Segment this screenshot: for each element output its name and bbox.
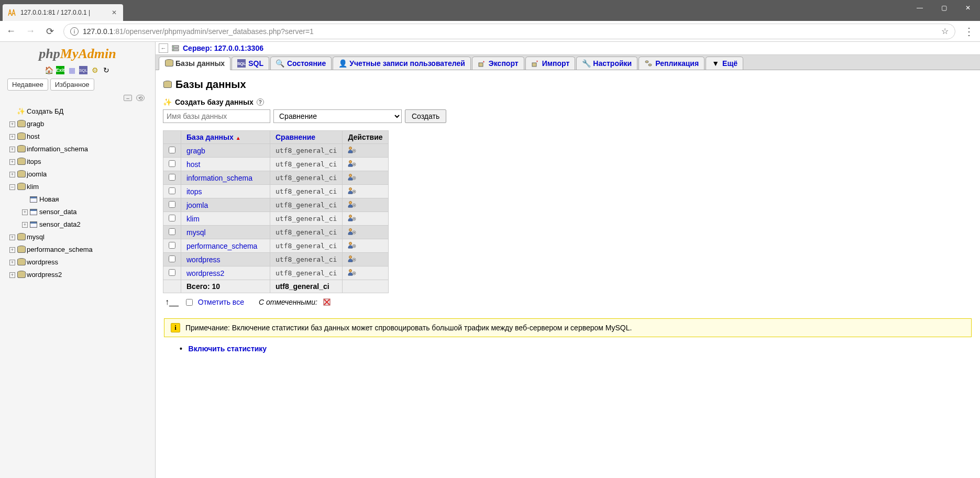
link-icon[interactable]: ⟲ [136,95,145,101]
privileges-icon[interactable] [348,160,356,169]
tab-import[interactable]: Импорт [525,57,576,70]
row-checkbox[interactable] [169,147,175,153]
col-database[interactable]: База данных ▲ [181,131,270,144]
expand-icon[interactable]: + [22,209,28,215]
bookmark-star-icon[interactable]: ☆ [941,26,949,36]
privileges-icon[interactable] [348,187,356,196]
nav-panel-toggle-icon[interactable]: ← [159,43,168,53]
expand-icon[interactable]: + [9,260,15,265]
row-checkbox[interactable] [169,187,175,194]
tree-db-gragb[interactable]: +gragb [9,118,149,130]
db-link[interactable]: wordpress2 [186,269,224,277]
enable-stats-link[interactable]: Включить статистику [189,344,267,353]
check-all-link[interactable]: Отметить все [198,298,244,306]
tab-close-icon[interactable]: ✕ [111,9,118,16]
db-link[interactable]: information_schema [186,174,252,182]
expand-icon[interactable]: + [9,272,15,278]
tab-status[interactable]: 🔍Состояние [270,57,332,70]
db-link[interactable]: itops [186,187,202,196]
row-checkbox[interactable] [169,215,175,221]
privileges-icon[interactable] [348,215,356,223]
privileges-icon[interactable] [348,242,356,250]
tree-db-klim[interactable]: –klim [9,181,149,193]
tree-table-sensor-data[interactable]: +sensor_data [9,206,149,218]
expand-icon[interactable]: + [9,147,15,152]
settings-icon[interactable]: ⚙ [91,66,99,74]
tab-databases[interactable]: Базы данных [159,57,230,70]
db-link[interactable]: gragb [186,147,205,155]
collapse-icon[interactable]: – [9,184,15,190]
sql-icon[interactable]: SQL [79,66,87,74]
expand-icon[interactable]: + [9,121,15,127]
tab-replication[interactable]: Репликация [638,57,704,70]
privileges-icon[interactable] [348,255,356,264]
server-link[interactable]: Сервер: 127.0.0.1:3306 [183,44,263,52]
tree-db-host[interactable]: +host [9,130,149,143]
tree-db-information-schema[interactable]: +information_schema [9,143,149,155]
tree-table-sensor-data2[interactable]: +sensor_data2 [9,218,149,231]
window-maximize-icon[interactable]: ▢ [932,0,956,16]
tree-db-performance-schema[interactable]: +performance_schema [9,243,149,256]
site-info-icon[interactable]: i [70,27,79,36]
tree-db-mysql[interactable]: +mysql [9,231,149,243]
nav-back-icon[interactable]: ← [5,26,17,37]
tree-db-joomla[interactable]: +joomla [9,168,149,181]
reload-icon[interactable]: ↻ [102,66,111,74]
db-link[interactable]: klim [186,215,200,223]
logout-icon[interactable]: Exit [56,66,64,74]
logo[interactable]: phpMyAdmin [0,42,155,64]
db-link[interactable]: mysql [186,228,206,237]
db-link[interactable]: joomla [186,201,208,209]
tab-sql[interactable]: SQLSQL [232,57,269,70]
row-checkbox[interactable] [169,255,175,262]
expand-icon[interactable]: + [9,159,15,165]
window-close-icon[interactable]: ✕ [956,0,980,16]
tab-export[interactable]: Экспорт [472,57,524,70]
row-checkbox[interactable] [169,160,175,167]
db-link[interactable]: performance_schema [186,242,257,250]
row-checkbox[interactable] [169,201,175,208]
sidebar-tab-favorite[interactable]: Избранное [50,79,94,91]
expand-icon[interactable]: + [9,172,15,177]
nav-reload-icon[interactable]: ⟳ [44,26,56,37]
docs-icon[interactable]: ▦ [68,66,76,74]
tab-more[interactable]: ▼Ещё [706,57,743,70]
browser-menu-icon[interactable]: ⋮ [963,25,975,38]
row-checkbox[interactable] [169,228,175,235]
help-icon[interactable]: ? [257,98,264,106]
expand-icon[interactable]: + [9,235,15,240]
create-button[interactable]: Создать [405,109,446,123]
privileges-icon[interactable] [348,147,356,155]
db-link[interactable]: host [186,160,200,169]
drop-icon[interactable] [323,298,331,306]
sidebar-tab-recent[interactable]: Недавнее [7,79,48,91]
check-all-checkbox[interactable] [186,299,193,306]
row-checkbox[interactable] [169,242,175,249]
url-input[interactable]: i 127.0.0.1:81/openserver/phpmyadmin/ser… [63,24,955,39]
tab-settings[interactable]: 🔧Настройки [576,57,637,70]
tree-db-wordpress2[interactable]: +wordpress2 [9,269,149,281]
tab-users[interactable]: 👤Учетные записи пользователей [333,57,471,70]
expand-icon[interactable]: + [9,134,15,140]
privileges-icon[interactable] [348,201,356,209]
row-checkbox[interactable] [169,174,175,181]
home-icon[interactable]: 🏠 [45,66,53,74]
nav-forward-icon[interactable]: → [25,26,36,37]
privileges-icon[interactable] [348,174,356,182]
col-collation[interactable]: Сравнение [270,131,343,144]
window-minimize-icon[interactable]: — [908,0,932,16]
tree-new-table[interactable]: Новая [9,193,149,206]
privileges-icon[interactable] [348,228,356,237]
tree-db-itops[interactable]: +itops [9,155,149,168]
privileges-icon[interactable] [348,269,356,277]
expand-icon[interactable]: + [9,247,15,253]
collapse-all-icon[interactable]: – [124,95,132,101]
db-name-input[interactable] [163,109,270,123]
tree-new-db[interactable]: ✨Создать БД [9,105,149,118]
row-checkbox[interactable] [169,269,175,276]
browser-tab[interactable]: 127.0.0.1:81 / 127.0.0.1 | ✕ [3,4,123,21]
tree-db-wordpress[interactable]: +wordpress [9,256,149,269]
collation-select[interactable]: Сравнение [273,109,402,123]
expand-icon[interactable]: + [22,222,28,228]
db-link[interactable]: wordpress [186,255,221,264]
